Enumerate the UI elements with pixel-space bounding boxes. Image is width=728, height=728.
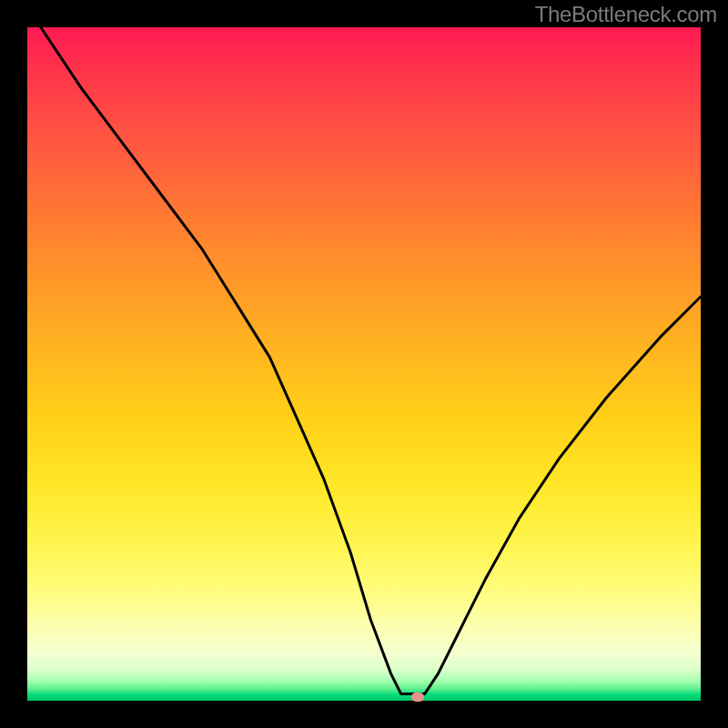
watermark-text: TheBottleneck.com — [535, 2, 717, 27]
plot-area — [27, 27, 701, 701]
optimal-marker — [411, 693, 424, 702]
chart-container: TheBottleneck.com — [0, 0, 728, 728]
bottleneck-curve — [27, 27, 701, 701]
